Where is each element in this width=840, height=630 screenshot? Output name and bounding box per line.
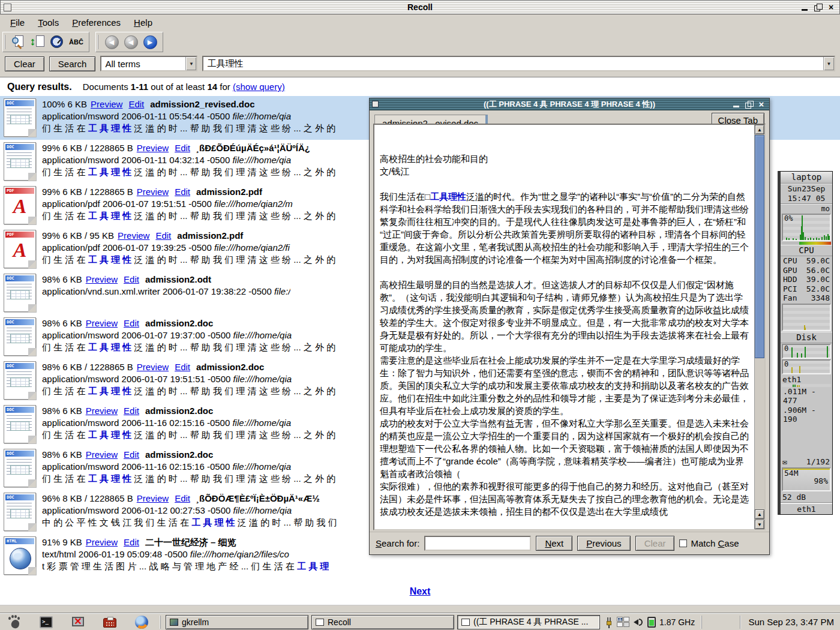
taskbar-handle[interactable]: [160, 616, 163, 629]
chevron-down-icon[interactable]: ▼: [185, 57, 196, 70]
result-text: 98% 6 KBPreviewEditadmission2.docapplica…: [42, 317, 335, 353]
result-url: file:///home/qia: [232, 155, 291, 165]
result-edit-link[interactable]: Edit: [175, 362, 190, 372]
result-preview-link[interactable]: Preview: [86, 537, 118, 547]
result-edit-link[interactable]: Edit: [124, 406, 139, 416]
result-text: 99% 6 KB / 1228865 BPreviewEdit¸ßÐ£ÕÐÉúµ…: [42, 142, 335, 178]
next-page-button[interactable]: ▶: [141, 34, 159, 50]
result-edit-link[interactable]: Edit: [175, 493, 190, 503]
toolbar-grip[interactable]: [97, 35, 100, 49]
search-mode-select[interactable]: All terms ▼: [100, 56, 197, 71]
match-case-checkbox[interactable]: [679, 539, 687, 547]
recoll-title-bar[interactable]: Recoll ×: [0, 0, 840, 14]
clear-button[interactable]: Clear: [5, 56, 44, 71]
find-next-button[interactable]: Next: [536, 536, 572, 551]
result-url: file:///home/qia: [232, 461, 291, 472]
cpu-frequency-icon[interactable]: [647, 617, 656, 628]
power-plug-icon[interactable]: [605, 616, 613, 628]
taskbar-clock[interactable]: Sun Sep 23, 3:47 PM: [740, 616, 840, 629]
maximize-icon[interactable]: [744, 100, 754, 109]
terminal-icon[interactable]: >_: [39, 615, 53, 629]
result-preview-link[interactable]: Preview: [86, 274, 118, 284]
result-preview-link[interactable]: Preview: [91, 99, 122, 109]
result-snippet: 们 生 活 在 工 具 理 性 泛 滥 的 时 ... 帮 助 我 们 理 清 …: [42, 210, 335, 222]
result-snippet: 们 生 活 在 工 具 理 性 泛 滥 的 时 ... 帮 助 我 们 理 清 …: [42, 254, 335, 266]
display-lock-icon[interactable]: ✕: [71, 615, 85, 629]
gk-volume: 52 dB: [781, 492, 832, 502]
preview-window: ((工 PHRASE 4 具 PHRASE 4 理 PHRASE 4 性)) ×…: [369, 98, 770, 555]
result-edit-link[interactable]: Edit: [128, 99, 144, 109]
next-page-icon: ▶: [143, 35, 157, 49]
minimize-icon[interactable]: [800, 2, 809, 12]
result-url: file:/: [274, 286, 291, 296]
result-meta-line: text/html 2006-01-19 05:09:48 -0500 file…: [42, 548, 329, 560]
toolbar-grip[interactable]: [4, 35, 7, 49]
taskbar-handle[interactable]: [701, 616, 704, 629]
next-page-link[interactable]: Next: [410, 586, 431, 596]
result-edit-link[interactable]: Edit: [124, 274, 139, 284]
taskbar-window-gkrellm[interactable]: gkrellm: [166, 615, 308, 629]
scrollbar-thumb[interactable]: [755, 135, 764, 358]
result-relevance-size: 100% 6 KB: [42, 99, 87, 109]
result-preview-link[interactable]: Preview: [137, 143, 169, 153]
menu-preferences[interactable]: Preferences: [67, 16, 126, 29]
result-preview-link[interactable]: Preview: [137, 362, 169, 372]
term-explorer-button[interactable]: ÅBĈ: [67, 34, 85, 50]
maximize-icon[interactable]: [813, 2, 823, 12]
workspace-pager[interactable]: [617, 617, 629, 627]
window-icon: [316, 619, 324, 626]
scroll-down-icon[interactable]: ▼: [755, 520, 764, 529]
firefox-icon[interactable]: [134, 615, 149, 629]
gnome-menu-icon[interactable]: [7, 615, 22, 629]
preview-text-area[interactable]: 高校招生的社会功能和目的文/钱江我们生活在□工具理性泛滥的时代。作为“世之显学”…: [373, 124, 766, 530]
find-previous-button[interactable]: Previous: [577, 536, 630, 551]
menu-file[interactable]: File: [5, 16, 30, 29]
gk-mail-count: 1/192: [806, 457, 830, 467]
search-button[interactable]: Search: [49, 56, 96, 71]
taskbar-window--phrase-4-phrase-[interactable]: ((工 PHRASE 4 具 PHRASE ...: [457, 615, 600, 629]
volume-icon[interactable]: [633, 617, 644, 628]
result-preview-link[interactable]: Preview: [137, 493, 169, 503]
find-input[interactable]: [424, 536, 531, 551]
result-edit-link[interactable]: Edit: [124, 318, 139, 328]
first-page-button[interactable]: ◀: [103, 34, 121, 50]
result-url: file:///home/qia: [232, 111, 291, 121]
taskbar-window-recoll[interactable]: Recoll: [311, 615, 454, 629]
result-preview-link[interactable]: Preview: [86, 318, 118, 328]
result-edit-link[interactable]: Edit: [124, 449, 139, 460]
typewriter-icon[interactable]: [103, 615, 117, 629]
document-history-button[interactable]: [48, 34, 66, 50]
preview-scrollbar[interactable]: ▲ ▲ ▼: [754, 125, 764, 529]
result-preview-link[interactable]: Preview: [118, 230, 149, 241]
chevron-down-icon[interactable]: ▼: [823, 57, 834, 70]
result-preview-link[interactable]: Preview: [86, 406, 118, 416]
show-query-link[interactable]: (show query): [233, 82, 285, 92]
close-icon[interactable]: ×: [757, 100, 766, 109]
minimize-icon[interactable]: [731, 100, 741, 109]
gk-eth1-label: eth1: [781, 375, 832, 384]
doc-file-icon: DOC: [4, 317, 36, 356]
previous-page-button[interactable]: ◀: [122, 34, 140, 50]
find-clear-button[interactable]: Clear: [635, 536, 675, 551]
advanced-search-button[interactable]: [10, 34, 28, 50]
close-icon[interactable]: ×: [826, 2, 836, 12]
sort-parameters-button[interactable]: ↕: [29, 34, 47, 50]
window-title: Recoll: [1, 2, 839, 12]
query-input[interactable]: 工具理性 ▼: [202, 56, 835, 71]
result-edit-link[interactable]: Edit: [124, 537, 139, 547]
scroll-up-icon[interactable]: ▲: [755, 509, 764, 519]
doc-file-icon: DOC: [4, 361, 36, 400]
gk-fs-meter: 54M 98%: [782, 467, 831, 491]
scroll-up-icon[interactable]: ▲: [755, 125, 764, 134]
gk-disk-section-label: Disk: [781, 332, 832, 343]
preview-title-bar[interactable]: ((工 PHRASE 4 具 PHRASE 4 理 PHRASE 4 性)) ×: [370, 98, 769, 110]
search-mode-value: All terms: [101, 59, 185, 69]
result-edit-link[interactable]: Edit: [175, 187, 190, 197]
result-preview-link[interactable]: Preview: [137, 187, 169, 197]
result-edit-link[interactable]: Edit: [155, 230, 171, 241]
menu-tools[interactable]: Tools: [32, 16, 64, 29]
result-preview-link[interactable]: Preview: [86, 449, 118, 460]
result-edit-link[interactable]: Edit: [175, 143, 190, 153]
menu-help[interactable]: Help: [128, 16, 158, 29]
gkrellm-monitor[interactable]: laptop Sun23Sep 15:47 05 mo 0% CPU CPU59…: [778, 171, 833, 515]
